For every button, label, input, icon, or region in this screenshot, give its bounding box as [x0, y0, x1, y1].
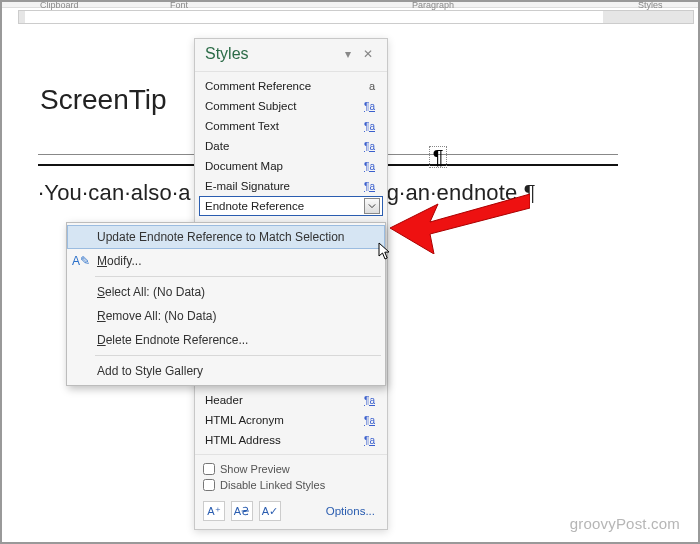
menu-select-all[interactable]: Select All: (No Data) [67, 280, 385, 304]
menu-add-to-gallery[interactable]: Add to Style Gallery [67, 359, 385, 383]
menu-modify[interactable]: A✎ Modify... [67, 249, 385, 273]
ribbon-group-font: Font [170, 0, 188, 10]
styles-pane-header[interactable]: Styles ▾ ✕ [195, 39, 387, 72]
styles-pane-title: Styles [205, 45, 339, 63]
menu-delete-style[interactable]: Delete Endnote Reference... [67, 328, 385, 352]
watermark: groovyPost.com [570, 515, 680, 532]
style-context-menu: Update Endnote Reference to Match Select… [66, 222, 386, 386]
task-pane-options-icon[interactable]: ▾ [339, 47, 357, 61]
style-item[interactable]: Date¶a [199, 136, 383, 156]
style-item[interactable]: Header¶a [199, 390, 383, 410]
modify-icon: A✎ [73, 253, 89, 269]
style-item[interactable]: E-mail Signature¶a [199, 176, 383, 196]
ribbon-group-styles: Styles [638, 0, 663, 10]
disable-linked-checkbox[interactable]: Disable Linked Styles [203, 477, 379, 493]
style-item[interactable]: Comment Referencea [199, 76, 383, 96]
horizontal-ruler [18, 10, 694, 24]
style-item[interactable]: Comment Text¶a [199, 116, 383, 136]
annotation-arrow-icon [380, 174, 530, 258]
style-item-selected[interactable]: Endnote Reference [199, 196, 383, 216]
menu-update-match-selection[interactable]: Update Endnote Reference to Match Select… [67, 225, 385, 249]
pilcrow-marker: ¶ [429, 146, 447, 168]
new-style-icon[interactable]: A⁺ [203, 501, 225, 521]
show-preview-checkbox[interactable]: Show Preview [203, 461, 379, 477]
styles-pane-footer: Show Preview Disable Linked Styles A⁺ A₴… [195, 454, 387, 529]
manage-styles-icon[interactable]: A✓ [259, 501, 281, 521]
style-item[interactable]: HTML Acronym¶a [199, 410, 383, 430]
ribbon-group-paragraph: Paragraph [412, 0, 454, 10]
style-item[interactable]: Comment Subject¶a [199, 96, 383, 116]
menu-remove-all[interactable]: Remove All: (No Data) [67, 304, 385, 328]
styles-list-top: Comment Referencea Comment Subject¶a Com… [195, 72, 387, 218]
heading-text: ScreenTip [40, 84, 167, 116]
style-inspector-icon[interactable]: A₴ [231, 501, 253, 521]
ribbon-group-clipboard: Clipboard [40, 0, 79, 10]
body-text-left: ·You·can·also·a [38, 180, 191, 205]
menu-separator [95, 355, 381, 356]
close-icon[interactable]: ✕ [357, 47, 379, 61]
cursor-icon [378, 242, 394, 266]
style-dropdown-icon[interactable] [364, 198, 380, 214]
options-link[interactable]: Options... [326, 505, 379, 517]
ribbon-strip [2, 2, 698, 8]
style-item[interactable]: HTML Address¶a [199, 430, 383, 450]
style-item[interactable]: Document Map¶a [199, 156, 383, 176]
menu-separator [95, 276, 381, 277]
